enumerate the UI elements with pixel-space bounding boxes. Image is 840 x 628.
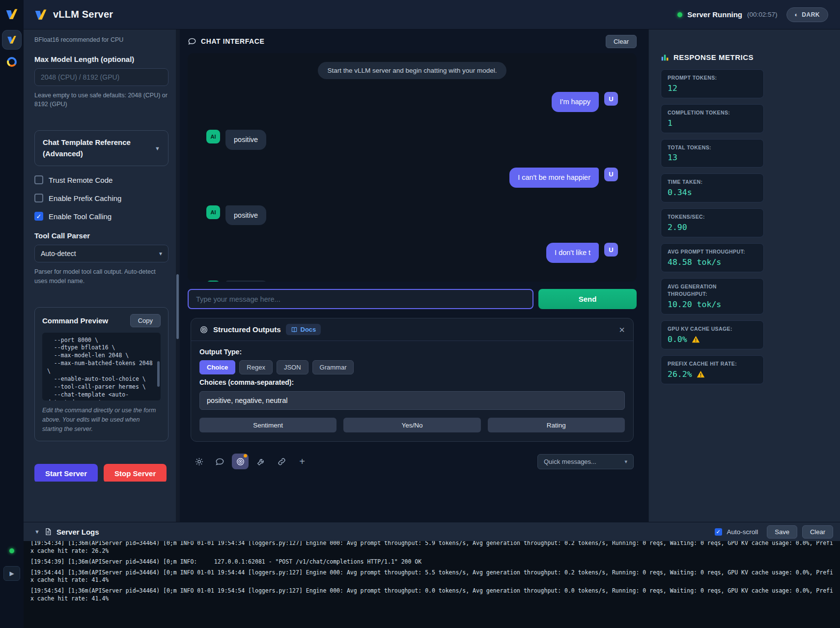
server-status-dot xyxy=(677,12,682,17)
theme-contrast-icon: ◐ xyxy=(795,11,799,18)
dtype-help-text: BFloat16 recommended for CPU xyxy=(34,35,168,44)
clear-chat-button[interactable]: Clear xyxy=(606,35,637,48)
output-type-label: Output Type: xyxy=(199,348,625,356)
chat-bubble-icon[interactable] xyxy=(211,454,228,469)
max-model-length-help: Leave empty to use safe defaults: 2048 (… xyxy=(34,91,168,109)
chat-panel: CHAT INTERFACE Clear Start the vLLM serv… xyxy=(180,29,648,522)
choices-input[interactable] xyxy=(199,391,625,410)
ai-message-bubble: positive xyxy=(225,130,266,150)
notification-dot xyxy=(244,454,247,457)
chat-message-input[interactable] xyxy=(188,289,533,309)
command-scrollbar[interactable] xyxy=(157,361,160,387)
config-sidebar: BFloat16 recommended for CPU Max Model L… xyxy=(24,29,180,522)
chat-message-ai: AI positive xyxy=(206,205,618,226)
output-type-choice-button[interactable]: Choice xyxy=(199,360,235,374)
collapse-chevron-icon[interactable]: ▼ xyxy=(34,529,40,535)
chat-toolbar: + Quick messages... ▾ xyxy=(188,454,637,469)
rail-item-vllm-server[interactable] xyxy=(2,30,21,49)
theme-toggle-button[interactable]: ◐ DARK xyxy=(786,7,828,22)
tool-call-parser-help: Parser for model tool call output. Auto-… xyxy=(34,267,168,285)
check-icon: ✓ xyxy=(36,213,42,220)
close-icon[interactable]: × xyxy=(619,325,625,335)
target-icon xyxy=(199,325,208,334)
max-model-length-label: Max Model Length (optional) xyxy=(34,55,168,63)
server-uptime: (00:02:57) xyxy=(747,11,778,18)
start-server-button[interactable]: Start Server xyxy=(34,464,98,482)
user-avatar: U xyxy=(604,243,618,257)
server-status-text: Server Running xyxy=(687,10,742,19)
output-type-regex-button[interactable]: Regex xyxy=(239,360,273,374)
trust-remote-code-checkbox[interactable]: Trust Remote Code xyxy=(34,175,168,184)
metric-total-tokens: TOTAL TOKENS: 13 xyxy=(661,139,764,168)
save-logs-button[interactable]: Save xyxy=(767,525,797,539)
user-avatar: U xyxy=(604,168,618,181)
checkbox-checked[interactable]: ✓ xyxy=(34,212,43,221)
metric-avg-generation-throughput: AVG GENERATION THROUGHPUT: 10.20 tok/s xyxy=(661,278,764,315)
rail-expand-button[interactable]: ▶ xyxy=(3,566,20,581)
rail-status-dot xyxy=(9,548,14,553)
ai-avatar: AI xyxy=(206,130,220,143)
sidebar-scrollbar-thumb[interactable] xyxy=(176,274,179,339)
copy-command-button[interactable]: Copy xyxy=(130,314,161,327)
link-icon[interactable] xyxy=(273,454,290,469)
metric-prefix-cache-hit-rate: PREFIX CACHE HIT RATE: 26.2% xyxy=(661,355,764,384)
log-line: [19:54:34] [1;36m(APIServer pid=34464) [… xyxy=(30,541,833,555)
command-preview-help: Edit the command directly or use the for… xyxy=(42,406,161,434)
log-output[interactable]: [19:54:34] [1;36m(APIServer pid=34464) [… xyxy=(24,541,840,628)
warning-icon xyxy=(697,370,705,378)
output-type-json-button[interactable]: JSON xyxy=(277,360,308,374)
chat-message-ai: AI positive xyxy=(206,130,618,150)
check-icon: ✓ xyxy=(716,529,720,535)
chat-message-user: I'm happy U xyxy=(206,92,618,112)
send-button[interactable]: Send xyxy=(538,289,637,309)
metric-avg-prompt-throughput: AVG PROMPT THROUGHPUT: 48.58 tok/s xyxy=(661,243,764,272)
user-message-bubble: I can't be more happier xyxy=(509,168,599,188)
play-icon: ▶ xyxy=(9,570,14,577)
bar-chart-icon xyxy=(661,53,669,61)
chat-template-reference-label: Chat Template Reference (Advanced) xyxy=(43,137,151,159)
chat-message-ai: AI negative xyxy=(206,281,618,282)
tool-call-parser-label: Tool Call Parser xyxy=(34,231,168,240)
clear-logs-button[interactable]: Clear xyxy=(802,525,833,539)
command-preview-code[interactable]: --port 8000 \ --dtype bfloat16 \ --max-m… xyxy=(42,333,161,400)
max-model-length-input[interactable] xyxy=(34,68,168,86)
stop-server-button[interactable]: Stop Server xyxy=(104,464,167,482)
sidebar-scrollbar[interactable] xyxy=(176,29,179,522)
chat-system-notice: Start the vLLM server and begin chatting… xyxy=(318,62,506,79)
chat-template-reference-toggle[interactable]: Chat Template Reference (Advanced) ▼ xyxy=(34,130,168,166)
rail-secondary-app-icon[interactable] xyxy=(7,57,17,67)
preset-rating-button[interactable]: Rating xyxy=(488,418,625,432)
checkbox-unchecked[interactable] xyxy=(34,194,43,202)
preset-sentiment-button[interactable]: Sentiment xyxy=(199,418,336,432)
command-preview-card: Command Preview Copy --port 8000 \ --dty… xyxy=(34,307,168,441)
user-message-bubble: I don't like t xyxy=(546,243,599,263)
metric-time-taken: TIME TAKEN: 0.34s xyxy=(661,173,764,202)
plus-icon[interactable]: + xyxy=(294,454,310,469)
ai-message-bubble: positive xyxy=(225,205,266,226)
log-line: [19:54:54] [1;36m(APIServer pid=34464) [… xyxy=(30,587,833,603)
ai-message-bubble: negative xyxy=(225,281,269,282)
autoscroll-checkbox[interactable]: ✓ xyxy=(715,528,722,536)
tool-call-parser-select[interactable]: Auto-detect ▾ xyxy=(34,245,168,262)
enable-tool-calling-checkbox[interactable]: ✓ Enable Tool Calling xyxy=(34,212,168,221)
settings-gear-icon[interactable] xyxy=(191,454,207,469)
select-caret-icon: ▾ xyxy=(624,458,627,465)
chat-bubble-icon xyxy=(188,37,196,46)
docs-link[interactable]: Docs xyxy=(286,324,321,335)
preset-yesno-button[interactable]: Yes/No xyxy=(343,418,480,432)
chat-message-user: I can't be more happier U xyxy=(206,168,618,188)
log-line: [19:54:39] [1;36m(APIServer pid=34464) [… xyxy=(30,558,833,566)
wrench-icon[interactable] xyxy=(252,454,269,469)
checkbox-unchecked[interactable] xyxy=(34,175,43,184)
enable-prefix-caching-checkbox[interactable]: Enable Prefix Caching xyxy=(34,194,168,202)
output-type-grammar-button[interactable]: Grammar xyxy=(312,360,354,374)
warning-icon xyxy=(692,335,700,343)
metric-tokens-per-sec: TOKENS/SEC: 2.90 xyxy=(661,208,764,237)
quick-messages-select[interactable]: Quick messages... ▾ xyxy=(537,454,634,469)
structured-outputs-panel: Structured Outputs Docs × Output Type: C… xyxy=(191,318,634,442)
structured-outputs-target-icon[interactable] xyxy=(232,454,249,469)
select-caret-icon: ▾ xyxy=(159,250,162,257)
user-message-bubble: I'm happy xyxy=(552,92,599,112)
command-preview-title: Command Preview xyxy=(42,316,108,325)
app-title: vLLM Server xyxy=(53,9,113,20)
